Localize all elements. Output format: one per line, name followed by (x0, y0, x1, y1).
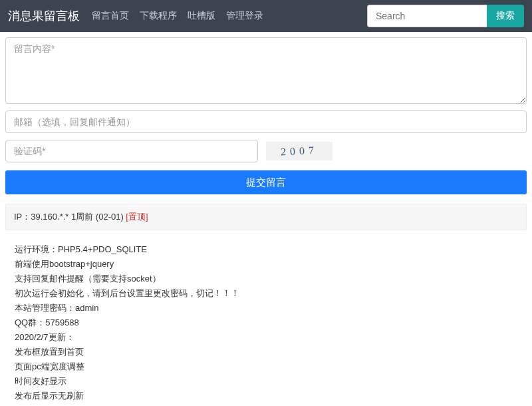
post-line: 支持回复邮件提醒（需要支持socket） (15, 272, 517, 286)
post-pin-badge: [置顶] (126, 212, 148, 222)
captcha-image[interactable]: 2007 (266, 142, 332, 160)
post: IP：39.160.*.* 1周前 (02-01) [置顶] 运行环境：PHP5… (5, 204, 527, 406)
search-input[interactable] (367, 5, 487, 27)
main-container: 2007 提交留言 IP：39.160.*.* 1周前 (02-01) [置顶]… (0, 32, 532, 406)
post-body: 运行环境：PHP5.4+PDO_SQLITE 前端使用bootstrap+jqu… (5, 230, 527, 406)
search-button[interactable]: 搜索 (487, 5, 524, 27)
post-meta-text: IP：39.160.*.* 1周前 (02-01) (14, 212, 126, 222)
post-line: 初次运行会初始化，请到后台设置里更改密码，切记！！！ (15, 286, 517, 301)
post-line: 本站管理密码：admin (15, 301, 517, 315)
post-meta: IP：39.160.*.* 1周前 (02-01) [置顶] (5, 204, 527, 230)
captcha-input[interactable] (5, 140, 258, 162)
post-line: 发布后显示无刷新 (15, 389, 517, 403)
post-line: 2020/2/7更新： (15, 330, 517, 345)
nav-link-home[interactable]: 留言首页 (92, 10, 129, 22)
post-line: QQ群：5759588 (15, 315, 517, 330)
captcha-row: 2007 (5, 140, 527, 162)
email-input[interactable] (5, 110, 527, 133)
nav-link-tucao[interactable]: 吐槽版 (188, 10, 215, 22)
post-line: 运行环境：PHP5.4+PDO_SQLITE (15, 242, 517, 257)
nav-link-download[interactable]: 下载程序 (140, 10, 177, 22)
captcha-text: 2007 (281, 144, 319, 158)
brand-title: 消息果留言板 (8, 8, 80, 24)
search-group: 搜索 (367, 5, 524, 27)
nav-link-admin[interactable]: 管理登录 (226, 10, 263, 22)
post-line: 时间友好显示 (15, 374, 517, 389)
post-line: 页面pc端宽度调整 (15, 359, 517, 374)
message-content-textarea[interactable] (5, 37, 527, 104)
post-line: 前端使用bootstrap+jquery (15, 257, 517, 272)
post-line: 发布框放置到首页 (15, 345, 517, 359)
email-row (5, 110, 527, 133)
nav-links: 留言首页 下载程序 吐槽版 管理登录 (92, 10, 367, 22)
submit-button[interactable]: 提交留言 (5, 170, 527, 194)
post-line: 修复未审核状态错误 (15, 403, 517, 406)
navbar: 消息果留言板 留言首页 下载程序 吐槽版 管理登录 搜索 (0, 0, 532, 32)
